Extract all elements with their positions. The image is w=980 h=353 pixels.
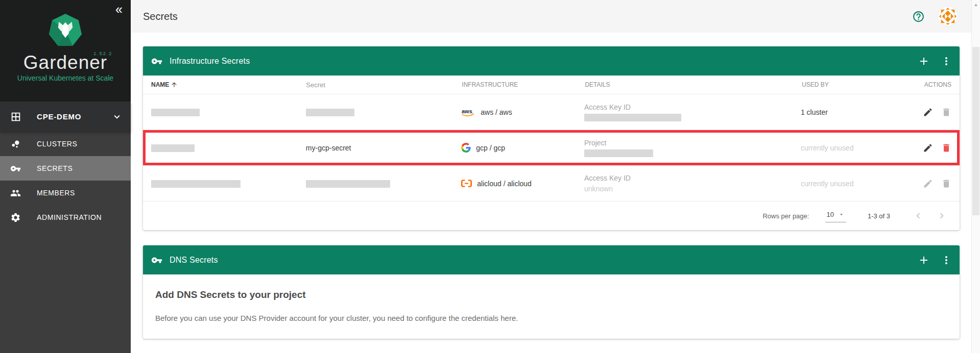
table-pagination: Rows per page: 10 1-3 of 3 [143,201,960,230]
redacted-details-value [584,149,653,157]
pencil-icon [923,179,933,189]
collapse-sidebar-icon[interactable]: « [115,3,123,16]
edit-secret-button[interactable] [923,143,933,153]
dns-secrets-card: DNS Secrets Add DNS Secrets to your proj… [143,245,960,339]
secret-row-gcp: my-gcp-secret gcp / gcp Project [143,130,960,166]
column-header-infrastructure: INFRASTRUCTURE [462,81,585,88]
key-icon [151,56,162,67]
infrastructure-secrets-header: Infrastructure Secrets [143,46,960,75]
sidebar-item-label: SECRETS [37,164,73,172]
table-header-row: NAME Secret INFRASTRUCTURE DETAILS USED … [143,75,960,94]
dns-description: Before you can use your DNS Provider acc… [155,314,947,322]
secret-row-alicloud: alicloud / alicloud Access Key ID unknow… [143,166,960,201]
redacted-secret [306,109,354,116]
card-title: Infrastructure Secrets [170,57,250,66]
svg-text:aws: aws [462,108,472,114]
trash-icon [941,143,951,153]
sidebar-item-label: CLUSTERS [37,140,77,148]
secret-row-aws: aws aws / aws Access Key ID 1 cluster [143,94,960,130]
rows-per-page-select[interactable]: 10 [825,209,846,222]
edit-secret-button[interactable] [923,107,933,117]
sidebar-item-secrets[interactable]: SECRETS [0,156,131,181]
sidebar-item-label: MEMBERS [37,189,75,197]
next-page-button[interactable] [936,210,947,221]
sidebar-item-label: ADMINISTRATION [37,213,102,221]
members-icon [10,188,21,198]
clusters-icon [10,139,21,149]
dns-card-body: Add DNS Secrets to your project Before y… [143,274,960,339]
gardener-dashboard: « Gardener 1.52.2 Universal Kubernetes a… [0,0,980,353]
redacted-name [151,180,241,188]
brand-version: 1.52.2 [93,51,112,56]
sort-ascending-icon [171,81,178,88]
dns-secrets-header: DNS Secrets [143,245,960,274]
card-title: DNS Secrets [170,256,218,265]
scrollbar-thumb[interactable] [972,47,979,215]
column-header-used-by: USED BY [802,81,924,88]
trash-icon [941,179,951,189]
key-icon [10,163,21,174]
sidebar-item-administration[interactable]: ADMINISTRATION [0,205,131,230]
pencil-icon [923,107,933,117]
app-bar: Secrets [131,0,980,33]
delete-secret-button[interactable] [941,107,951,117]
sidebar-item-clusters[interactable]: CLUSTERS [0,132,131,156]
pencil-icon [923,143,933,153]
redacted-details-value [584,114,681,121]
add-secret-button[interactable] [918,55,930,67]
dropdown-arrow-icon [839,212,844,217]
project-selector[interactable]: CPE-DEMO [0,102,131,132]
help-icon [912,10,925,23]
rows-per-page-label: Rows per page: [762,212,809,220]
delete-secret-button[interactable] [941,179,951,189]
redacted-secret [306,180,390,188]
sidebar-item-members[interactable]: MEMBERS [0,181,131,205]
used-by-value: 1 cluster [801,108,923,116]
vertical-scrollbar[interactable]: ▲ [971,0,980,353]
key-icon [151,255,162,266]
trash-icon [941,107,951,117]
page-title: Secrets [143,11,178,22]
edit-secret-button[interactable] [923,179,933,189]
kebab-menu-icon[interactable] [940,55,952,67]
scrollbar-up-arrow-icon[interactable]: ▲ [972,3,980,7]
delete-secret-button[interactable] [941,143,951,153]
avatar-identicon-icon [938,7,958,26]
used-by-value: currently unused [801,180,923,188]
column-header-actions: ACTIONS [924,81,960,88]
infrastructure-label: aws / aws [481,108,512,116]
used-by-value: currently unused [801,144,923,152]
main-area: Secrets [131,0,980,353]
aws-logo-icon: aws [461,108,475,117]
brand-tagline: Universal Kubernetes at Scale [17,74,113,82]
gear-icon [10,212,21,223]
sidebar-nav: CLUSTERS SECRETS MEMBERS ADMINISTRATION [0,132,131,230]
kebab-menu-icon[interactable] [940,254,952,266]
details-label: Project [584,139,801,147]
chevron-left-icon [913,210,924,221]
details-value: unknown [584,185,801,193]
project-name: CPE-DEMO [37,112,81,121]
infrastructure-secrets-card: Infrastructure Secrets NAME Secret INFRA… [143,46,960,230]
secret-name: my-gcp-secret [306,144,461,152]
previous-page-button[interactable] [913,210,924,221]
column-header-name[interactable]: NAME [143,81,306,88]
alicloud-logo-icon [461,180,472,187]
chevron-right-icon [936,210,947,221]
page-content: Infrastructure Secrets NAME Secret INFRA… [131,33,980,353]
gardener-logo-icon [47,12,84,49]
infrastructure-label: alicloud / alicloud [477,180,532,188]
column-header-details: DETAILS [585,81,802,88]
brand-block: « Gardener 1.52.2 Universal Kubernetes a… [0,0,131,102]
sidebar: « Gardener 1.52.2 Universal Kubernetes a… [0,0,131,353]
wordmark: Gardener 1.52.2 [23,53,107,72]
add-dns-secret-button[interactable] [918,254,930,266]
help-button[interactable] [912,10,925,23]
column-header-secret: Secret [306,81,462,89]
pagination-range: 1-3 of 3 [868,212,890,220]
details-label: Access Key ID [584,174,801,182]
dns-heading: Add DNS Secrets to your project [155,289,947,300]
redacted-name [151,144,195,152]
user-avatar[interactable] [938,7,958,26]
details-label: Access Key ID [584,103,801,111]
